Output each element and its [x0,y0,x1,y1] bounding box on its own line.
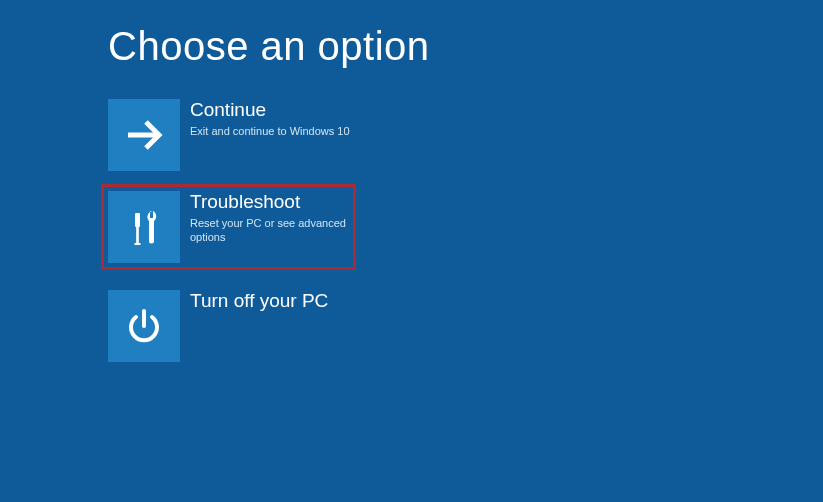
turnoff-option[interactable]: Turn off your PC [108,290,363,362]
svg-rect-3 [135,243,141,245]
troubleshoot-text: Troubleshoot Reset your PC or see advanc… [180,191,349,244]
svg-rect-2 [136,227,139,243]
troubleshoot-label: Troubleshoot [190,191,349,214]
troubleshoot-description: Reset your PC or see advanced options [190,216,349,245]
continue-option[interactable]: Continue Exit and continue to Windows 10 [108,99,363,171]
continue-text: Continue Exit and continue to Windows 10 [180,99,350,138]
page-title: Choose an option [108,24,823,69]
continue-description: Exit and continue to Windows 10 [190,124,350,138]
recovery-options-screen: Choose an option Continue Exit and conti… [0,0,823,362]
svg-rect-1 [135,213,140,227]
turnoff-label: Turn off your PC [190,290,328,313]
troubleshoot-option[interactable]: Troubleshoot Reset your PC or see advanc… [101,184,356,270]
turnoff-text: Turn off your PC [180,290,328,315]
continue-label: Continue [190,99,350,122]
power-icon [108,290,180,362]
tools-icon [108,191,180,263]
arrow-right-icon [108,99,180,171]
options-list: Continue Exit and continue to Windows 10 [108,99,823,362]
